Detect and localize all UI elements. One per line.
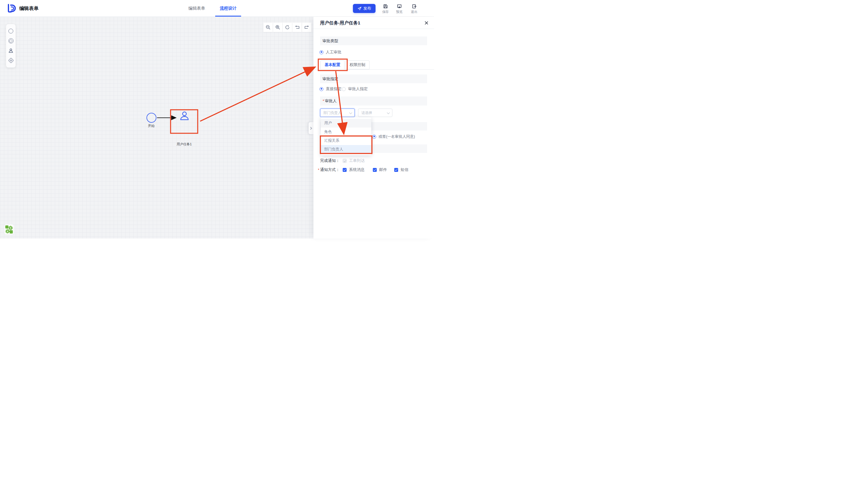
radio-icon [319, 50, 323, 54]
close-icon[interactable] [424, 21, 429, 25]
tab-permission-control[interactable]: 权限控制 [345, 60, 370, 69]
checkbox-sms[interactable]: 短信 [394, 166, 408, 174]
preview-icon [397, 4, 402, 9]
section-approver: *审批人 [320, 96, 427, 106]
tab-divider [313, 69, 434, 70]
palette-start-event-icon[interactable] [8, 28, 13, 34]
dropdown-option-dept-leader[interactable]: 部门负责人 [321, 145, 371, 154]
panel-title: 用户任务-用户任务1 [320, 17, 360, 29]
approver-type-dropdown: 用户 角色 汇报关系 部门负责人 [321, 117, 371, 155]
checkbox-email[interactable]: 邮件 [373, 166, 387, 174]
start-event-label: 开始 [144, 124, 158, 128]
checkbox-icon [343, 168, 347, 172]
dropdown-option-user[interactable]: 用户 [321, 119, 371, 127]
exit-icon [411, 4, 417, 9]
radio-icon [372, 135, 376, 139]
section-assignment: 审批指定 [320, 74, 427, 83]
app-logo [7, 4, 16, 13]
radio-manual-approval[interactable]: 人工审批 [319, 48, 341, 56]
chevron-right-icon [309, 127, 312, 130]
tab-edit-form[interactable]: 编辑表单 [182, 0, 211, 17]
shape-palette [6, 24, 16, 67]
user-task-node[interactable] [179, 111, 190, 121]
save-button[interactable]: 保存 [379, 2, 392, 15]
notice-method-row: * 通知方式： [318, 166, 340, 174]
page-title: 编辑表单 [19, 0, 38, 17]
undo-icon [294, 25, 300, 30]
flow-canvas[interactable]: 开始 用户任务1 [0, 17, 313, 239]
preview-button[interactable]: 预览 [393, 2, 406, 15]
finish-notice-row: 完成通知： [318, 156, 340, 165]
palette-gateway-icon[interactable] [8, 58, 13, 63]
workflow-engine-logo [4, 225, 13, 234]
notice-method-label: 通知方式： [320, 167, 340, 173]
zoom-out-button[interactable] [264, 23, 273, 32]
zoom-in-button[interactable] [273, 23, 282, 32]
redo-icon [304, 25, 310, 30]
dropdown-option-report-relation[interactable]: 汇报关系 [321, 136, 371, 145]
checkbox-icon [343, 159, 347, 163]
tab-basic-config[interactable]: 基本配置 [320, 60, 344, 69]
radio-direct-assign[interactable]: 直接指定 [319, 85, 341, 93]
redo-button[interactable] [302, 23, 311, 32]
approver-target-select[interactable]: 请选择 [358, 109, 393, 117]
dropdown-option-role[interactable]: 角色 [321, 127, 371, 136]
radio-approver-assign[interactable]: 审批人指定 [342, 85, 368, 93]
save-label: 保存 [382, 10, 389, 14]
paper-plane-icon [358, 6, 362, 10]
checkbox-icon [373, 168, 377, 172]
checkbox-system-message[interactable]: 系统消息 [343, 166, 365, 174]
panel-header: 用户任务-用户任务1 [313, 17, 434, 29]
radio-or-sign[interactable]: 或签(一名审批人同意) [372, 132, 415, 141]
zoom-out-icon [266, 25, 271, 30]
start-event-node[interactable] [147, 113, 156, 123]
user-task-label: 用户任务1 [172, 142, 196, 147]
radio-icon [342, 87, 346, 91]
checkbox-icon [394, 168, 398, 172]
preview-label: 预览 [396, 10, 403, 14]
section-approval-type: 审批类型 [320, 36, 427, 45]
exit-button[interactable]: 退出 [407, 2, 421, 15]
required-mark: * [322, 98, 324, 103]
reset-icon [285, 25, 290, 30]
exit-label: 退出 [411, 10, 417, 14]
checkbox-ticket-arrived: 工单到达 [343, 156, 365, 165]
radio-icon [319, 87, 323, 91]
top-header: 编辑表单 编辑表单 流程设计 发布 保存 预览 退出 [0, 0, 434, 17]
publish-label: 发布 [364, 6, 371, 11]
reset-zoom-button[interactable] [283, 23, 292, 32]
chevron-down-icon [387, 111, 390, 114]
palette-end-event-icon[interactable] [8, 38, 13, 44]
chevron-down-icon [349, 111, 352, 114]
task-config-panel: 用户任务-用户任务1 审批类型 人工审批 基本配置 权限控制 审批指定 直接指定… [313, 17, 434, 239]
save-icon [383, 4, 388, 9]
required-mark: * [318, 168, 319, 172]
active-tab-underline [215, 16, 241, 17]
undo-button[interactable] [292, 23, 302, 32]
canvas-toolbar [264, 23, 311, 32]
tab-flow-design[interactable]: 流程设计 [214, 0, 243, 17]
palette-user-task-icon[interactable] [8, 48, 13, 53]
approver-type-select[interactable]: 部门负责人 [320, 109, 355, 117]
publish-button[interactable]: 发布 [353, 4, 375, 13]
panel-collapse-handle[interactable] [309, 122, 313, 134]
finish-notice-label: 完成通知： [320, 158, 340, 163]
zoom-in-icon [275, 25, 280, 30]
